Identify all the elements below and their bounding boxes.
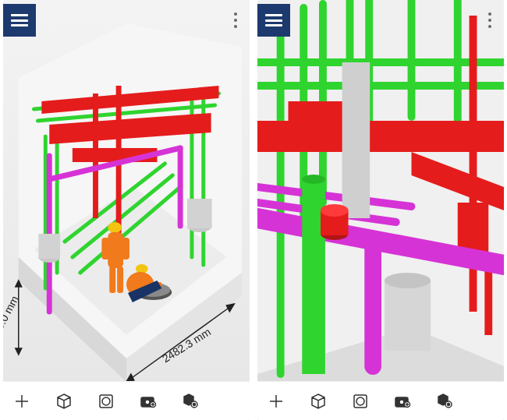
svg-rect-18 [117, 266, 123, 293]
more-button[interactable] [476, 4, 504, 37]
settings-cube-button[interactable] [434, 390, 456, 412]
svg-point-28 [102, 397, 110, 405]
more-icon [234, 12, 237, 28]
svg-point-51 [399, 400, 404, 404]
cube-icon [55, 393, 73, 410]
svg-marker-36 [257, 121, 504, 152]
svg-rect-44 [342, 62, 370, 218]
topbar [257, 4, 504, 38]
camera-button[interactable] [137, 390, 159, 412]
viewport-3d[interactable] [257, 0, 504, 420]
add-button[interactable] [265, 390, 287, 412]
settings-cube-icon [436, 393, 453, 410]
section-button[interactable] [95, 390, 117, 412]
section-button[interactable] [349, 390, 371, 412]
svg-point-13 [108, 222, 122, 233]
plus-icon [268, 393, 285, 410]
bottom-toolbar [257, 381, 504, 420]
svg-point-43 [385, 273, 431, 288]
cube-button[interactable] [53, 390, 75, 412]
topbar [3, 4, 250, 38]
more-icon [488, 12, 491, 28]
svg-rect-17 [109, 266, 115, 293]
svg-rect-42 [385, 281, 431, 351]
svg-rect-10 [187, 199, 212, 228]
svg-point-41 [302, 175, 325, 184]
svg-point-33 [193, 403, 196, 405]
hamburger-icon [265, 14, 282, 26]
svg-rect-8 [38, 234, 60, 259]
app-panel-left: 000.0 mm 2482.3 mm [3, 0, 250, 420]
section-icon [352, 393, 369, 410]
cube-icon [310, 393, 327, 410]
svg-rect-14 [108, 232, 123, 268]
menu-button[interactable] [257, 4, 290, 37]
camera-button[interactable] [392, 390, 413, 412]
svg-marker-24 [16, 348, 22, 355]
bottom-toolbar [3, 381, 250, 420]
svg-point-30 [145, 400, 150, 404]
camera-icon [394, 393, 411, 410]
add-button[interactable] [11, 390, 33, 412]
plus-icon [13, 393, 30, 410]
more-button[interactable] [222, 4, 250, 37]
menu-button[interactable] [3, 4, 36, 37]
cube-button[interactable] [307, 390, 329, 412]
section-icon [98, 393, 115, 410]
svg-point-47 [321, 204, 349, 217]
svg-rect-15 [101, 238, 109, 259]
svg-point-54 [448, 403, 450, 405]
hamburger-icon [11, 14, 28, 26]
settings-cube-icon [182, 393, 199, 410]
app-panel-right [257, 0, 504, 420]
settings-cube-button[interactable] [179, 390, 201, 412]
camera-icon [140, 393, 157, 410]
svg-point-49 [356, 397, 364, 405]
svg-marker-26 [226, 304, 234, 312]
viewport-3d[interactable]: 000.0 mm 2482.3 mm [3, 0, 250, 420]
svg-rect-16 [122, 238, 129, 259]
